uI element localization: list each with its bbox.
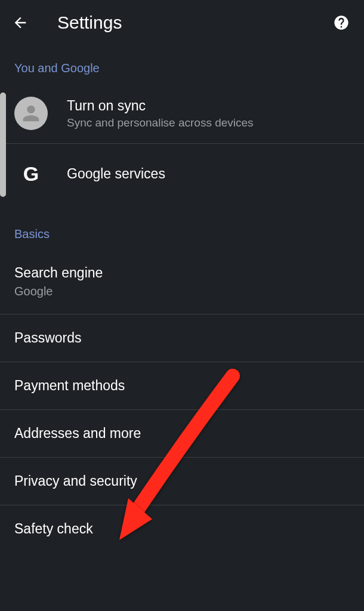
- avatar-icon: [14, 97, 48, 130]
- help-button[interactable]: [333, 14, 350, 31]
- safety-check-title: Safety check: [14, 521, 350, 537]
- google-g-icon: G: [23, 162, 39, 186]
- back-button[interactable]: [12, 14, 29, 31]
- sync-subtitle: Sync and personalise across devices: [67, 116, 254, 129]
- google-services-title: Google services: [67, 166, 165, 182]
- page-title: Settings: [57, 13, 333, 33]
- addresses-item[interactable]: Addresses and more: [0, 409, 364, 457]
- avatar-slot: [14, 97, 48, 130]
- safety-check-item[interactable]: Safety check: [0, 505, 364, 553]
- sync-title: Turn on sync: [67, 98, 254, 114]
- payment-methods-title: Payment methods: [14, 378, 350, 394]
- privacy-security-item[interactable]: Privacy and security: [0, 457, 364, 505]
- sync-item[interactable]: Turn on sync Sync and personalise across…: [0, 84, 364, 143]
- app-header: Settings: [0, 0, 364, 45]
- section-header-you-and-google: You and Google: [0, 45, 364, 84]
- back-arrow-icon: [12, 14, 29, 31]
- google-services-item[interactable]: G Google services: [0, 143, 364, 203]
- passwords-title: Passwords: [14, 330, 350, 346]
- addresses-title: Addresses and more: [14, 425, 350, 442]
- scroll-indicator: [0, 92, 6, 197]
- google-icon-slot: G: [14, 157, 48, 190]
- search-engine-title: Search engine: [14, 265, 350, 281]
- passwords-item[interactable]: Passwords: [0, 314, 364, 362]
- help-icon: [333, 14, 350, 31]
- section-header-basics: Basics: [0, 203, 364, 249]
- payment-methods-item[interactable]: Payment methods: [0, 362, 364, 409]
- sync-text: Turn on sync Sync and personalise across…: [67, 98, 254, 129]
- search-engine-item[interactable]: Search engine Google: [0, 249, 364, 314]
- google-services-text: Google services: [67, 166, 165, 182]
- privacy-security-title: Privacy and security: [14, 473, 350, 489]
- search-engine-subtitle: Google: [14, 285, 350, 298]
